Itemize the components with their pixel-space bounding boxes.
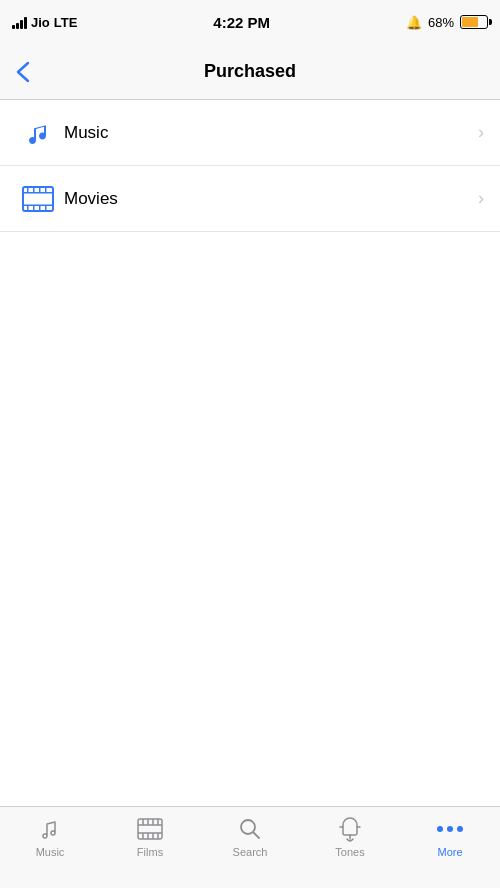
svg-rect-1 [23, 192, 53, 194]
film-tab-icon [136, 815, 164, 843]
tab-bar: Music Films [0, 806, 500, 888]
film-icon [16, 181, 60, 217]
movies-label: Movies [64, 189, 478, 209]
carrier-label: Jio [31, 15, 50, 30]
dot-3 [457, 826, 463, 832]
content-area: Music › Movies › [0, 100, 500, 232]
battery-fill [462, 17, 478, 27]
svg-rect-4 [33, 187, 35, 192]
battery-icon [460, 15, 488, 29]
signal-bar-1 [12, 25, 15, 29]
tab-search-label: Search [233, 846, 268, 858]
signal-bar-3 [20, 20, 23, 29]
signal-bar-4 [24, 17, 27, 29]
music-label: Music [64, 123, 478, 143]
tab-more-label: More [437, 846, 462, 858]
status-time: 4:22 PM [213, 14, 270, 31]
back-button[interactable] [16, 61, 30, 83]
tab-tones[interactable]: Tones [300, 815, 400, 858]
search-tab-icon [236, 815, 264, 843]
tab-music[interactable]: Music [0, 815, 100, 858]
signal-bars [12, 15, 27, 29]
svg-rect-2 [23, 204, 53, 206]
movies-list-item[interactable]: Movies › [0, 166, 500, 232]
network-label: LTE [54, 15, 78, 30]
svg-rect-6 [45, 187, 47, 192]
nav-bar: Purchased [0, 44, 500, 100]
dot-2 [447, 826, 453, 832]
svg-rect-5 [39, 187, 41, 192]
tab-tones-label: Tones [335, 846, 364, 858]
svg-line-23 [254, 833, 260, 839]
tab-more[interactable]: More [400, 815, 500, 858]
svg-rect-10 [45, 206, 47, 211]
page-title: Purchased [204, 61, 296, 82]
svg-rect-7 [27, 206, 29, 211]
music-icon [16, 117, 60, 149]
more-tab-icon [436, 815, 464, 843]
dot-1 [437, 826, 443, 832]
music-chevron: › [478, 122, 484, 143]
movies-chevron: › [478, 188, 484, 209]
signal-bar-2 [16, 23, 19, 29]
status-left: Jio LTE [12, 15, 77, 30]
tones-tab-icon [336, 815, 364, 843]
status-bar: Jio LTE 4:22 PM 🔔 68% [0, 0, 500, 44]
tab-search[interactable]: Search [200, 815, 300, 858]
svg-rect-3 [27, 187, 29, 192]
tab-films[interactable]: Films [100, 815, 200, 858]
music-tab-icon [36, 815, 64, 843]
more-dots [437, 826, 463, 832]
tab-music-label: Music [36, 846, 65, 858]
status-right: 🔔 68% [406, 15, 488, 30]
svg-rect-9 [39, 206, 41, 211]
music-list-item[interactable]: Music › [0, 100, 500, 166]
tab-films-label: Films [137, 846, 163, 858]
alarm-icon: 🔔 [406, 15, 422, 30]
svg-rect-8 [33, 206, 35, 211]
battery-pct: 68% [428, 15, 454, 30]
